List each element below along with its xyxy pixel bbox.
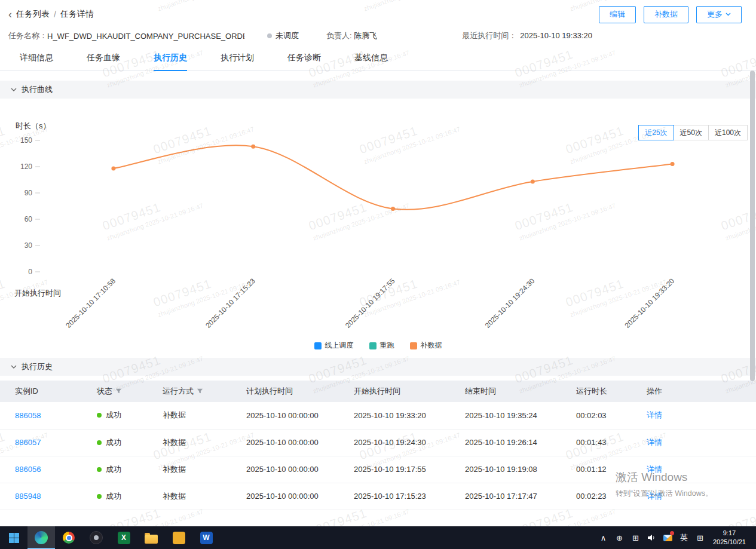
run-duration: 00:02:03: [576, 411, 607, 420]
back-icon[interactable]: ‹: [8, 9, 12, 20]
column-header-4: 开始执行时间: [347, 381, 458, 402]
more-button[interactable]: 更多: [696, 6, 742, 23]
curve-section-header[interactable]: 执行曲线: [0, 81, 756, 99]
breadcrumb: ‹ 任务列表 / 任务详情: [8, 9, 94, 20]
tab-detail-info[interactable]: 详细信息: [20, 47, 53, 70]
success-dot: [97, 413, 102, 418]
legend-backfill[interactable]: 补数据: [410, 341, 442, 351]
task-status-dot: [267, 33, 272, 38]
svg-text:2025-10-10 19:17:55: 2025-10-10 19:17:55: [344, 277, 397, 330]
column-header-7: 操作: [639, 381, 756, 402]
tab-baseline[interactable]: 基线信息: [354, 47, 388, 70]
last-exec-value: 2025-10-10 19:33:20: [520, 31, 592, 40]
legend-swatch: [369, 342, 377, 349]
tab-lineage[interactable]: 任务血缘: [87, 47, 120, 70]
mail-icon[interactable]: [661, 526, 675, 549]
tab-diagnosis[interactable]: 任务诊断: [287, 47, 321, 70]
media-app-icon: [90, 531, 103, 544]
tab-execution-history[interactable]: 执行历史: [154, 47, 187, 70]
excel-icon: X: [118, 532, 130, 544]
media-app-taskbar-icon[interactable]: [82, 526, 110, 549]
legend-swatch: [314, 342, 322, 349]
breadcrumb-separator: /: [54, 10, 56, 19]
svg-text:时长（s）: 时长（s）: [16, 121, 51, 130]
svg-text:2025-10-10 19:24:30: 2025-10-10 19:24:30: [483, 277, 537, 330]
chrome-browser-taskbar-icon[interactable]: [55, 526, 82, 549]
filter-icon[interactable]: [197, 388, 203, 394]
column-header-0: 实例ID: [0, 381, 90, 402]
backfill-button[interactable]: 补数据: [644, 6, 688, 23]
table-body: 886058成功补数据2025-10-10 00:00:002025-10-10…: [0, 402, 756, 510]
task-name: H_WF_DWD_HKAUDIT_COMPANY_PURCHASE_ORDER.…: [47, 32, 244, 41]
legend-online-schedule[interactable]: 线上调度: [314, 341, 354, 351]
filter-icon[interactable]: [115, 388, 122, 394]
task-owner-label: 负责人:: [326, 31, 354, 40]
edit-button[interactable]: 编辑: [599, 6, 636, 23]
column-label: 开始执行时间: [354, 387, 400, 395]
planned-time: 2025-10-10 00:00:00: [246, 465, 319, 474]
breadcrumb-task-list[interactable]: 任务列表: [16, 9, 50, 20]
word-taskbar-icon[interactable]: W: [192, 526, 220, 549]
chart-panel: 近25次近50次近100次 时长（s）03060901201502025-10-…: [0, 119, 756, 351]
file-explorer-taskbar-icon[interactable]: [137, 526, 165, 549]
main-content: 执行曲线 近25次近50次近100次 时长（s）0306090120150202…: [0, 81, 756, 510]
file-explorer-icon: [145, 535, 158, 544]
instance-id-link[interactable]: 886056: [15, 465, 41, 474]
tab-execution-plan[interactable]: 执行计划: [221, 47, 254, 70]
success-dot: [97, 440, 102, 445]
last-exec-time: 最近执行时间：2025-10-10 19:33:20: [462, 30, 592, 41]
ime-keyboard-icon[interactable]: ⊞: [693, 526, 707, 549]
hidden-icons-icon[interactable]: ∧: [596, 526, 610, 549]
svg-text:30: 30: [25, 241, 33, 250]
range-button-100[interactable]: 近100次: [708, 125, 748, 140]
clock-date: 2025/10/21: [713, 538, 746, 547]
execution-curve-chart: 时长（s）03060901201502025-10-10 17:10:58202…: [8, 119, 756, 337]
detail-link[interactable]: 详情: [647, 465, 662, 474]
task-detail-page: ‹ 任务列表 / 任务详情 编辑 补数据 更多 任务名称： H_WF_DWD_H…: [0, 0, 756, 526]
taskbar-tray: ∧⊕⊞英⊞: [596, 526, 707, 549]
svg-text:0: 0: [28, 268, 32, 276]
taskbar: XW ∧⊕⊞英⊞ 9:17 2025/10/21: [0, 526, 756, 549]
planned-time: 2025-10-10 00:00:00: [246, 438, 319, 447]
windows-logo-icon: [9, 533, 19, 543]
vertical-scrollbar[interactable]: [750, 70, 755, 381]
instance-id-link[interactable]: 885948: [15, 492, 41, 501]
taskbar-clock[interactable]: 9:17 2025/10/21: [707, 529, 753, 547]
detail-link[interactable]: 详情: [647, 410, 662, 419]
network-icon[interactable]: ⊕: [613, 526, 626, 549]
start-time: 2025-10-10 19:17:55: [354, 465, 426, 474]
ime-language-icon[interactable]: 英: [677, 526, 691, 549]
range-button-50[interactable]: 近50次: [674, 125, 709, 140]
history-section-title: 执行历史: [22, 361, 53, 372]
svg-text:90: 90: [25, 189, 33, 197]
execution-history-table: 实例ID状态运行方式计划执行时间开始执行时间结束时间运行时长操作 886058成…: [0, 381, 756, 510]
apps-grid-icon[interactable]: ⊞: [629, 526, 642, 549]
table-row: 886058成功补数据2025-10-10 00:00:002025-10-10…: [0, 402, 756, 429]
planned-time: 2025-10-10 00:00:00: [246, 411, 319, 420]
instance-id-link[interactable]: 886058: [15, 411, 41, 420]
breadcrumb-task-detail: 任务详情: [60, 9, 94, 20]
edge-browser-taskbar-icon[interactable]: [27, 526, 55, 549]
table-row: 886057成功补数据2025-10-10 00:00:002025-10-10…: [0, 429, 756, 456]
run-mode: 补数据: [163, 465, 186, 474]
instance-id-link[interactable]: 886057: [15, 438, 41, 447]
status-badge: 成功: [97, 464, 121, 475]
office-app-taskbar-icon[interactable]: [165, 526, 192, 549]
start-button[interactable]: [0, 526, 27, 549]
run-duration: 00:01:43: [576, 438, 607, 447]
history-section-header[interactable]: 执行历史: [0, 358, 756, 376]
detail-link[interactable]: 详情: [647, 492, 662, 501]
range-button-25[interactable]: 近25次: [638, 125, 674, 140]
svg-text:2025-10-10 19:33:20: 2025-10-10 19:33:20: [623, 277, 677, 330]
svg-text:2025-10-10 17:10:58: 2025-10-10 17:10:58: [64, 277, 117, 330]
column-header-5: 结束时间: [458, 381, 569, 402]
column-label: 状态: [97, 387, 112, 395]
excel-taskbar-icon[interactable]: X: [110, 526, 137, 549]
run-duration: 00:02:23: [576, 492, 607, 501]
detail-link[interactable]: 详情: [647, 438, 662, 447]
legend-rerun[interactable]: 重跑: [369, 341, 394, 351]
svg-text:120: 120: [20, 162, 32, 171]
start-time: 2025-10-10 19:33:20: [354, 411, 426, 420]
column-header-3: 计划执行时间: [239, 381, 347, 402]
volume-icon[interactable]: [645, 526, 659, 549]
